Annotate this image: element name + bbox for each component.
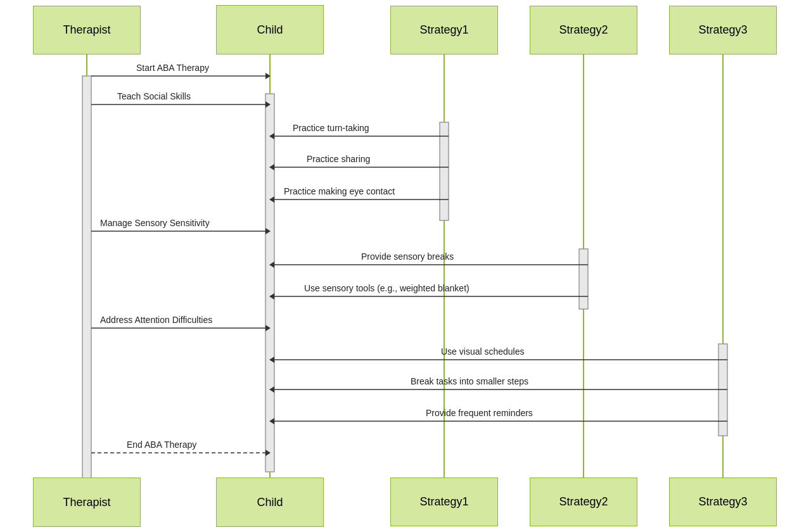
svg-text:Use visual schedules: Use visual schedules	[441, 346, 525, 357]
svg-marker-44	[269, 418, 274, 424]
svg-marker-47	[265, 450, 271, 456]
svg-text:Practice turn-taking: Practice turn-taking	[293, 123, 369, 133]
actor-strategy3-bottom-label: Strategy3	[698, 495, 747, 509]
actor-strategy3-top: Strategy3	[669, 6, 777, 54]
svg-marker-26	[265, 228, 271, 234]
svg-text:Teach Social Skills: Teach Social Skills	[117, 91, 191, 101]
svg-marker-41	[269, 386, 274, 393]
svg-text:Practice making eye contact: Practice making eye contact	[284, 186, 395, 196]
svg-text:Start ABA Therapy: Start ABA Therapy	[136, 63, 209, 73]
svg-marker-38	[269, 357, 274, 363]
svg-marker-32	[269, 293, 274, 300]
actor-strategy1-bottom: Strategy1	[390, 478, 498, 526]
actor-strategy1-top-label: Strategy1	[419, 23, 468, 37]
actor-therapist-bottom: Therapist	[33, 478, 141, 527]
svg-text:Break tasks into smaller steps: Break tasks into smaller steps	[411, 376, 528, 386]
svg-marker-17	[269, 133, 274, 139]
actor-strategy2-bottom-label: Strategy2	[559, 495, 608, 509]
actor-strategy1-bottom-label: Strategy1	[419, 495, 468, 509]
svg-marker-20	[269, 164, 274, 170]
svg-rect-9	[718, 344, 727, 436]
svg-marker-29	[269, 262, 274, 268]
actor-child-bottom: Child	[216, 478, 324, 527]
actor-strategy3-top-label: Strategy3	[698, 23, 747, 37]
actor-strategy3-bottom: Strategy3	[669, 478, 777, 526]
actor-child-bottom-label: Child	[257, 496, 283, 509]
actor-child-top: Child	[216, 5, 324, 54]
actor-therapist-top-label: Therapist	[63, 23, 110, 37]
svg-text:Use sensory tools (e.g., weigh: Use sensory tools (e.g., weighted blanke…	[304, 283, 469, 293]
svg-rect-7	[440, 122, 449, 220]
svg-text:Provide sensory breaks: Provide sensory breaks	[361, 251, 454, 262]
svg-marker-23	[269, 196, 274, 203]
svg-rect-5	[82, 76, 91, 484]
svg-rect-8	[579, 249, 588, 309]
sequence-diagram: Start ABA Therapy Teach Social Skills Pr…	[0, 0, 811, 532]
svg-text:End ABA Therapy: End ABA Therapy	[127, 440, 196, 450]
svg-text:Manage Sensory Sensitivity: Manage Sensory Sensitivity	[100, 218, 210, 228]
svg-text:Provide frequent reminders: Provide frequent reminders	[426, 408, 533, 418]
actor-strategy2-top: Strategy2	[530, 6, 637, 54]
actor-strategy1-top: Strategy1	[390, 6, 498, 54]
svg-rect-6	[265, 94, 274, 472]
svg-text:Practice sharing: Practice sharing	[307, 154, 370, 164]
actor-therapist-top: Therapist	[33, 6, 141, 54]
actor-therapist-bottom-label: Therapist	[63, 496, 110, 509]
arrows-svg: Start ABA Therapy Teach Social Skills Pr…	[0, 0, 811, 532]
svg-marker-14	[265, 101, 271, 108]
svg-marker-35	[265, 325, 271, 331]
svg-marker-11	[265, 73, 271, 79]
actor-child-top-label: Child	[257, 23, 283, 37]
svg-text:Address Attention Difficulties: Address Attention Difficulties	[100, 315, 212, 325]
actor-strategy2-bottom: Strategy2	[530, 478, 637, 526]
actor-strategy2-top-label: Strategy2	[559, 23, 608, 37]
